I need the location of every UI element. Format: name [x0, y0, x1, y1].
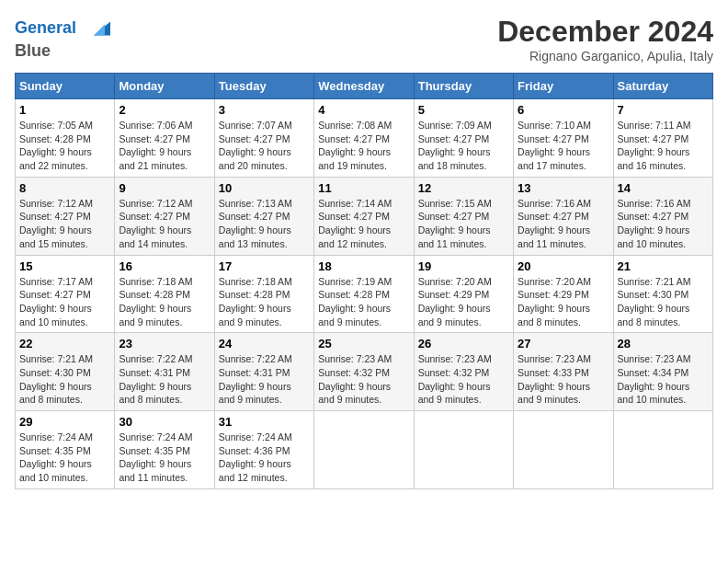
col-header-friday: Friday	[514, 74, 613, 99]
calendar-cell: 11Sunrise: 7:14 AM Sunset: 4:27 PM Dayli…	[314, 177, 414, 255]
day-number: 20	[518, 259, 609, 273]
calendar-cell: 17Sunrise: 7:18 AM Sunset: 4:28 PM Dayli…	[214, 255, 313, 333]
col-header-wednesday: Wednesday	[314, 74, 414, 99]
col-header-thursday: Thursday	[414, 74, 513, 99]
day-info: Sunrise: 7:12 AM Sunset: 4:27 PM Dayligh…	[19, 197, 110, 251]
calendar-cell: 16Sunrise: 7:18 AM Sunset: 4:28 PM Dayli…	[115, 255, 214, 333]
calendar-cell: 20Sunrise: 7:20 AM Sunset: 4:29 PM Dayli…	[514, 255, 613, 333]
calendar-header: SundayMondayTuesdayWednesdayThursdayFrid…	[16, 74, 713, 99]
calendar-cell: 8Sunrise: 7:12 AM Sunset: 4:27 PM Daylig…	[16, 177, 115, 255]
day-info: Sunrise: 7:18 AM Sunset: 4:28 PM Dayligh…	[219, 275, 310, 329]
calendar-cell: 12Sunrise: 7:15 AM Sunset: 4:27 PM Dayli…	[414, 177, 513, 255]
week-row-2: 8Sunrise: 7:12 AM Sunset: 4:27 PM Daylig…	[16, 177, 713, 255]
day-info: Sunrise: 7:21 AM Sunset: 4:30 PM Dayligh…	[19, 352, 110, 407]
day-number: 27	[518, 337, 609, 350]
week-row-3: 15Sunrise: 7:17 AM Sunset: 4:27 PM Dayli…	[16, 255, 713, 333]
day-info: Sunrise: 7:18 AM Sunset: 4:28 PM Dayligh…	[119, 275, 210, 329]
calendar-cell: 13Sunrise: 7:16 AM Sunset: 4:27 PM Dayli…	[514, 177, 613, 255]
day-number: 1	[19, 103, 110, 117]
day-info: Sunrise: 7:17 AM Sunset: 4:27 PM Dayligh…	[19, 275, 110, 329]
day-info: Sunrise: 7:21 AM Sunset: 4:30 PM Dayligh…	[618, 275, 709, 329]
day-number: 30	[119, 415, 210, 429]
calendar-cell	[414, 411, 513, 489]
day-info: Sunrise: 7:12 AM Sunset: 4:27 PM Dayligh…	[119, 197, 210, 251]
calendar-cell: 21Sunrise: 7:21 AM Sunset: 4:30 PM Dayli…	[613, 255, 712, 333]
day-info: Sunrise: 7:16 AM Sunset: 4:27 PM Dayligh…	[618, 197, 709, 251]
day-info: Sunrise: 7:24 AM Sunset: 4:36 PM Dayligh…	[219, 431, 310, 485]
day-number: 29	[19, 415, 110, 429]
day-number: 16	[119, 259, 210, 273]
day-info: Sunrise: 7:23 AM Sunset: 4:34 PM Dayligh…	[618, 352, 709, 407]
calendar-cell: 30Sunrise: 7:24 AM Sunset: 4:35 PM Dayli…	[115, 411, 214, 489]
week-row-5: 29Sunrise: 7:24 AM Sunset: 4:35 PM Dayli…	[16, 411, 713, 489]
calendar-cell: 24Sunrise: 7:22 AM Sunset: 4:31 PM Dayli…	[214, 333, 313, 411]
calendar-cell: 31Sunrise: 7:24 AM Sunset: 4:36 PM Dayli…	[214, 411, 313, 489]
day-info: Sunrise: 7:07 AM Sunset: 4:27 PM Dayligh…	[219, 119, 310, 173]
calendar-cell: 3Sunrise: 7:07 AM Sunset: 4:27 PM Daylig…	[214, 99, 313, 178]
calendar-cell: 7Sunrise: 7:11 AM Sunset: 4:27 PM Daylig…	[613, 99, 712, 178]
day-number: 2	[119, 103, 210, 117]
day-info: Sunrise: 7:22 AM Sunset: 4:31 PM Dayligh…	[119, 352, 210, 407]
calendar-cell: 23Sunrise: 7:22 AM Sunset: 4:31 PM Dayli…	[115, 333, 214, 411]
svg-marker-1	[94, 25, 105, 36]
day-info: Sunrise: 7:23 AM Sunset: 4:32 PM Dayligh…	[318, 352, 409, 407]
day-number: 7	[618, 103, 709, 117]
day-number: 21	[618, 259, 709, 273]
day-info: Sunrise: 7:09 AM Sunset: 4:27 PM Dayligh…	[418, 119, 509, 173]
col-header-monday: Monday	[115, 74, 214, 99]
week-row-1: 1Sunrise: 7:05 AM Sunset: 4:28 PM Daylig…	[16, 99, 713, 178]
day-info: Sunrise: 7:13 AM Sunset: 4:27 PM Dayligh…	[219, 197, 310, 251]
calendar-cell: 14Sunrise: 7:16 AM Sunset: 4:27 PM Dayli…	[613, 177, 712, 255]
day-info: Sunrise: 7:19 AM Sunset: 4:28 PM Dayligh…	[318, 275, 409, 329]
day-number: 24	[219, 337, 310, 350]
calendar-cell: 28Sunrise: 7:23 AM Sunset: 4:34 PM Dayli…	[613, 333, 712, 411]
month-title: December 2024	[497, 15, 713, 49]
day-info: Sunrise: 7:23 AM Sunset: 4:33 PM Dayligh…	[518, 352, 609, 407]
day-number: 18	[318, 259, 409, 273]
calendar-cell: 22Sunrise: 7:21 AM Sunset: 4:30 PM Dayli…	[16, 333, 115, 411]
calendar-cell: 6Sunrise: 7:10 AM Sunset: 4:27 PM Daylig…	[514, 99, 613, 178]
day-number: 5	[418, 103, 509, 117]
day-number: 15	[19, 259, 110, 273]
calendar-cell: 9Sunrise: 7:12 AM Sunset: 4:27 PM Daylig…	[115, 177, 214, 255]
calendar-cell	[613, 411, 712, 489]
calendar-cell: 2Sunrise: 7:06 AM Sunset: 4:27 PM Daylig…	[115, 99, 214, 178]
calendar-cell: 26Sunrise: 7:23 AM Sunset: 4:32 PM Dayli…	[414, 333, 513, 411]
day-info: Sunrise: 7:24 AM Sunset: 4:35 PM Dayligh…	[19, 431, 110, 485]
day-info: Sunrise: 7:10 AM Sunset: 4:27 PM Dayligh…	[518, 119, 609, 173]
calendar-cell: 27Sunrise: 7:23 AM Sunset: 4:33 PM Dayli…	[514, 333, 613, 411]
calendar-table: SundayMondayTuesdayWednesdayThursdayFrid…	[15, 73, 713, 489]
calendar-cell	[314, 411, 414, 489]
day-number: 12	[418, 181, 509, 195]
calendar-cell	[514, 411, 613, 489]
week-row-4: 22Sunrise: 7:21 AM Sunset: 4:30 PM Dayli…	[16, 333, 713, 411]
col-header-saturday: Saturday	[613, 74, 712, 99]
day-number: 8	[19, 181, 110, 195]
day-number: 3	[219, 103, 310, 117]
day-info: Sunrise: 7:22 AM Sunset: 4:31 PM Dayligh…	[219, 352, 310, 407]
day-number: 23	[119, 337, 210, 350]
day-number: 25	[318, 337, 409, 350]
col-header-sunday: Sunday	[16, 74, 115, 99]
day-number: 19	[418, 259, 509, 273]
day-number: 26	[418, 337, 509, 350]
day-number: 17	[219, 259, 310, 273]
calendar-cell: 18Sunrise: 7:19 AM Sunset: 4:28 PM Dayli…	[314, 255, 414, 333]
logo-text: General Blue	[15, 15, 112, 61]
calendar-cell: 10Sunrise: 7:13 AM Sunset: 4:27 PM Dayli…	[214, 177, 313, 255]
day-number: 14	[618, 181, 709, 195]
day-info: Sunrise: 7:16 AM Sunset: 4:27 PM Dayligh…	[518, 197, 609, 251]
calendar-cell: 19Sunrise: 7:20 AM Sunset: 4:29 PM Dayli…	[414, 255, 513, 333]
day-info: Sunrise: 7:08 AM Sunset: 4:27 PM Dayligh…	[318, 119, 409, 173]
day-number: 9	[119, 181, 210, 195]
day-info: Sunrise: 7:06 AM Sunset: 4:27 PM Dayligh…	[119, 119, 210, 173]
calendar-cell: 15Sunrise: 7:17 AM Sunset: 4:27 PM Dayli…	[16, 255, 115, 333]
title-area: December 2024 Rignano Garganico, Apulia,…	[497, 15, 713, 63]
day-number: 11	[318, 181, 409, 195]
day-info: Sunrise: 7:14 AM Sunset: 4:27 PM Dayligh…	[318, 197, 409, 251]
day-number: 28	[618, 337, 709, 350]
day-number: 22	[19, 337, 110, 350]
day-info: Sunrise: 7:05 AM Sunset: 4:28 PM Dayligh…	[19, 119, 110, 173]
day-info: Sunrise: 7:20 AM Sunset: 4:29 PM Dayligh…	[418, 275, 509, 329]
day-info: Sunrise: 7:23 AM Sunset: 4:32 PM Dayligh…	[418, 352, 509, 407]
